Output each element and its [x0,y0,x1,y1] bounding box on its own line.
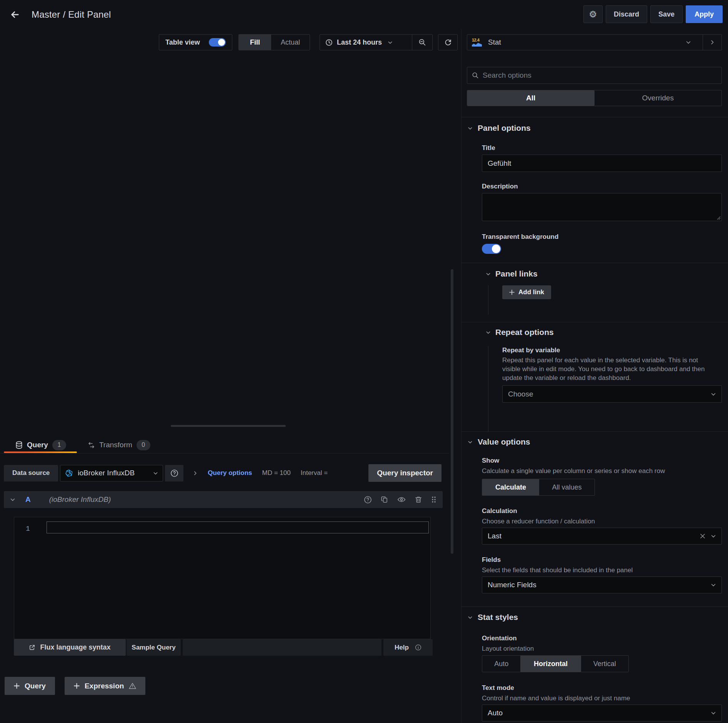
question-circle-icon [170,469,178,477]
value-options-header[interactable]: Value options [468,436,722,448]
orientation-switch: Auto Horizontal Vertical [482,655,629,672]
chevron-down-icon [486,272,491,277]
title-field-wrap [482,155,722,172]
help-button[interactable]: Help [383,639,433,656]
chevron-right-icon[interactable] [193,471,198,476]
options-search[interactable] [467,67,722,84]
tab-query[interactable]: Query 1 [15,437,66,453]
tab-overrides[interactable]: Overrides [595,90,722,106]
panel-type-name: Stat [488,38,501,47]
add-query-button[interactable]: Query [5,677,55,695]
query-options-row: Query options MD = 100 Interval = [193,469,328,477]
plus-icon [14,683,20,689]
text-mode-select[interactable]: Auto [482,705,722,721]
chevron-down-icon [711,582,716,588]
options-search-input[interactable] [483,71,717,80]
query-toolbar: Data source ioBroker InfluxDB Query opti… [0,464,449,482]
help-icon[interactable] [364,496,372,504]
table-view-toggle[interactable] [209,38,226,47]
back-button[interactable] [6,6,24,23]
info-circle-icon [415,644,421,651]
calculation-select[interactable]: Last [482,528,722,545]
duplicate-icon[interactable] [381,496,388,503]
repeat-variable-select[interactable]: Choose [502,385,722,403]
chevron-down-icon[interactable] [10,497,15,502]
zoom-out-time-button[interactable] [412,35,432,50]
calculate-option[interactable]: Calculate [482,479,539,495]
refresh-button[interactable] [438,34,458,50]
actual-option[interactable]: Actual [271,35,310,50]
trash-icon[interactable] [415,496,422,503]
orientation-vertical[interactable]: Vertical [581,656,628,672]
gear-icon: ⚙ [589,9,597,20]
tab-all[interactable]: All [467,90,595,106]
collapse-options-button[interactable] [703,40,721,45]
repeat-options-header[interactable]: Repeat options [486,327,722,338]
datasource-picker[interactable]: ioBroker InfluxDB [60,465,163,481]
stat-styles-header[interactable]: Stat styles [468,611,722,623]
fill-option[interactable]: Fill [239,35,271,50]
all-values-option[interactable]: All values [539,479,595,495]
datasource-name: ioBroker InfluxDB [78,469,148,477]
orientation-description: Layout orientation [482,644,722,653]
section-repeat-options: Repeat options Repeat by variable Repeat… [486,327,722,431]
panel-options-header[interactable]: Panel options [468,122,722,134]
datasource-label: Data source [4,465,58,481]
query-inspector-button[interactable]: Query inspector [368,464,441,482]
apply-button[interactable]: Apply [686,5,723,23]
save-button[interactable]: Save [650,5,683,23]
time-range-label: Last 24 hours [337,38,382,47]
zoom-out-icon [418,38,426,46]
query-actions-row: Query Expression [5,677,449,695]
title-input[interactable] [488,159,716,168]
splitter-drag-handle[interactable] [171,425,286,427]
sample-query-button[interactable]: Sample Query [127,639,181,656]
add-expression-button[interactable]: Expression [65,677,145,695]
resize-grip-icon[interactable] [717,216,721,220]
orientation-auto[interactable]: Auto [482,656,520,672]
fields-select[interactable]: Numeric Fields [482,576,722,593]
chevron-down-icon [711,533,716,539]
fields-description: Select the fields that should be include… [482,566,722,575]
query-tabs: Query 1 Transform 0 [0,431,449,453]
transparent-bg-label: Transparent background [482,233,722,241]
drag-grip-icon[interactable] [431,496,436,503]
arrow-left-icon [10,9,20,20]
add-link-button[interactable]: Add link [502,285,551,299]
title-label: Title [482,144,722,152]
show-description: Calculate a single value per column or s… [482,466,722,475]
orientation-horizontal[interactable]: Horizontal [520,656,581,672]
show-mode-switch: Calculate All values [482,479,595,496]
calculation-description: Choose a reducer function / calculation [482,517,722,526]
top-bar: Master / Edit Panel ⚙ Discard Save Apply [0,0,728,29]
code-input-field[interactable] [47,521,429,533]
panel-links-header[interactable]: Panel links [486,268,722,279]
query-options-link[interactable]: Query options [208,469,252,477]
description-textarea[interactable] [482,193,722,221]
query-row-header[interactable]: A (ioBroker InfluxDB) [4,491,443,508]
chevron-down-icon [153,471,158,476]
plus-icon [74,683,80,689]
time-picker: Last 24 hours [320,34,433,50]
flux-syntax-button[interactable]: Flux language syntax [14,639,126,656]
fields-label: Fields [482,556,722,564]
time-range-button[interactable]: Last 24 hours [320,38,412,47]
discard-button[interactable]: Discard [606,5,647,23]
tab-transform[interactable]: Transform 0 [88,437,150,453]
fill-actual-switch: Fill Actual [238,34,310,50]
transparent-bg-toggle[interactable] [482,244,501,254]
eye-icon[interactable] [397,495,406,504]
clear-icon[interactable] [700,533,705,539]
section-value-options: Value options Show Calculate a single va… [461,432,728,593]
panel-type-picker[interactable]: 12.4 Stat [467,34,722,50]
datasource-help-button[interactable] [165,465,183,481]
text-mode-description: Control if name and value is displayed o… [482,694,722,703]
flux-code-editor[interactable]: 1 [14,517,431,639]
scrollbar-thumb[interactable] [451,269,453,554]
search-icon [472,72,479,79]
section-panel-options: Panel options Title Description Transpar… [461,117,728,255]
panel-settings-button[interactable]: ⚙ [583,5,603,23]
chevron-down-icon [486,330,491,335]
database-icon [15,441,23,449]
chevron-down-icon [388,40,393,45]
